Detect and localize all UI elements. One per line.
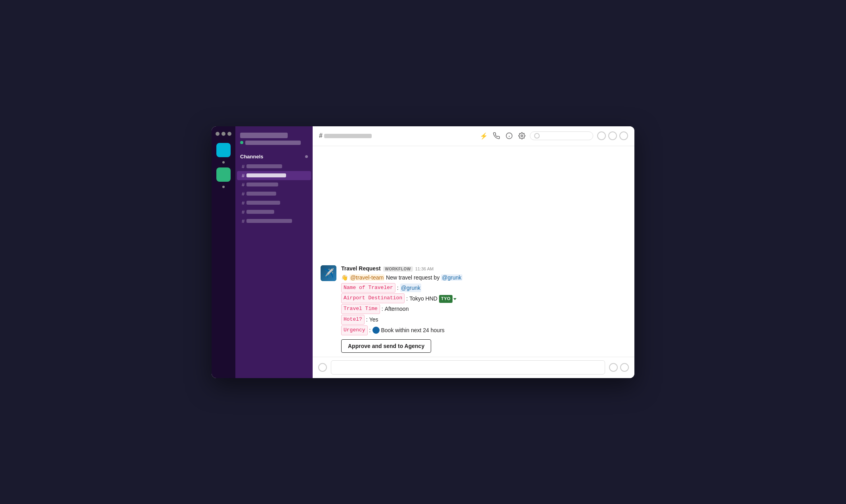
- field-name-row: Name of Traveler : @grunk: [341, 283, 626, 293]
- workspace-dot-2: [222, 186, 225, 188]
- workspace-icon-1[interactable]: [216, 143, 231, 157]
- sidebar-item-ch2[interactable]: #: [237, 171, 311, 180]
- channels-section-header: Channels: [235, 149, 313, 162]
- channel-title-bar: [324, 134, 372, 138]
- workspace-name-bar: [240, 133, 288, 138]
- field-airport-row: Airport Destination : Tokyo HND TYO: [341, 293, 626, 303]
- field-hotel-row: Hotel? : Yes: [341, 315, 626, 325]
- user-mention-intro[interactable]: @grunk: [441, 274, 462, 281]
- workflow-badge: WORKFLOW: [383, 266, 413, 272]
- lightning-icon[interactable]: ⚡: [480, 132, 488, 140]
- channel-name-bar: [246, 192, 276, 196]
- message-header: Travel Request WORKFLOW 11:36 AM: [341, 265, 626, 272]
- header-dot-3[interactable]: [619, 131, 628, 140]
- urgency-colon: :: [369, 326, 371, 335]
- intro-line: 👋 @travel-team New travel request by @gr…: [341, 273, 626, 282]
- username-bar: [245, 141, 301, 145]
- channel-name-bar-active: [246, 173, 286, 177]
- search-box[interactable]: [530, 131, 593, 140]
- blue-circle-icon: [372, 327, 380, 334]
- traveler-mention[interactable]: @grunk: [400, 283, 421, 292]
- channel-name-bar: [246, 201, 280, 205]
- channel-hash-icon: #: [242, 182, 244, 188]
- avatar: ✈️: [321, 265, 336, 281]
- timestamp: 11:36 AM: [415, 266, 434, 271]
- field-travel-time-row: Travel Time : Afternoon: [341, 304, 626, 314]
- field-urgency-row: Urgency : Book within next 24 hours: [341, 325, 626, 335]
- travel-time-value: Afternoon: [385, 304, 409, 313]
- header-dot-2[interactable]: [608, 131, 617, 140]
- sidebar-header: [235, 131, 313, 149]
- channel-name-bar: [246, 183, 278, 186]
- input-area: [313, 357, 634, 378]
- greeting-emoji: 👋: [341, 274, 348, 281]
- name-colon: :: [397, 283, 399, 292]
- traffic-lights: [216, 132, 231, 136]
- sidebar-item-ch7[interactable]: #: [237, 217, 311, 226]
- sidebar: Channels # # # # # # #: [235, 126, 313, 378]
- intro-text: New travel request by: [386, 274, 439, 281]
- channels-label: Channels: [240, 154, 264, 160]
- info-icon[interactable]: [505, 132, 513, 140]
- airport-badge-wrapper: TYO: [439, 294, 456, 303]
- sender-name: Travel Request: [341, 265, 381, 272]
- settings-icon[interactable]: [518, 132, 526, 140]
- messages-spacer: [321, 154, 626, 266]
- urgency-label: Urgency: [341, 325, 368, 335]
- airport-value: Tokyo HND: [409, 294, 437, 303]
- channel-name-bar: [246, 219, 292, 223]
- airport-badge-text: TYO: [441, 295, 451, 302]
- airport-badge: TYO: [439, 295, 453, 303]
- header-right-dots: [597, 131, 628, 140]
- message-body: 👋 @travel-team New travel request by @gr…: [341, 273, 626, 352]
- airport-colon: :: [406, 294, 408, 303]
- svg-point-3: [521, 135, 523, 137]
- channel-hash-icon: #: [242, 191, 244, 197]
- hotel-label: Hotel?: [341, 315, 365, 325]
- channel-title-hash-icon: #: [319, 132, 323, 139]
- avatar-image: ✈️: [321, 265, 336, 281]
- airport-destination-label: Airport Destination: [341, 293, 405, 303]
- hotel-value: Yes: [369, 315, 378, 324]
- sidebar-item-ch4[interactable]: #: [237, 189, 311, 198]
- channel-hash-icon: #: [242, 164, 244, 169]
- channel-name-bar: [246, 210, 274, 214]
- traffic-light-red[interactable]: [216, 132, 220, 136]
- plane-icon: ✈️: [323, 268, 334, 278]
- name-of-traveler-label: Name of Traveler: [341, 283, 395, 293]
- workspace-dot-1: [222, 161, 225, 164]
- traffic-light-yellow[interactable]: [222, 132, 225, 136]
- messages-area: ✈️ Travel Request WORKFLOW 11:36 AM 👋 @t…: [313, 146, 634, 357]
- phone-icon[interactable]: [493, 132, 500, 140]
- header-icons: ⚡: [480, 132, 526, 140]
- channel-hash-icon: #: [242, 209, 244, 215]
- sidebar-item-ch3[interactable]: #: [237, 180, 311, 189]
- workspace-icon-2[interactable]: [216, 167, 231, 182]
- status-dot: [240, 141, 243, 144]
- app-window: Channels # # # # # # #: [212, 126, 634, 378]
- flag-triangle-icon: [453, 298, 456, 300]
- input-dot-1[interactable]: [609, 363, 618, 372]
- channel-hash-icon: #: [242, 173, 244, 179]
- header-dot-1[interactable]: [597, 131, 606, 140]
- approve-button-wrapper: Approve and send to Agency: [341, 339, 626, 353]
- urgency-value: Book within next 24 hours: [381, 326, 445, 335]
- input-right-dots: [609, 363, 629, 372]
- message-row: ✈️ Travel Request WORKFLOW 11:36 AM 👋 @t…: [321, 265, 626, 352]
- approve-send-button[interactable]: Approve and send to Agency: [341, 339, 431, 353]
- traffic-light-green[interactable]: [227, 132, 231, 136]
- hotel-colon: :: [366, 315, 368, 324]
- icon-rail: [212, 126, 235, 378]
- sidebar-item-ch5[interactable]: #: [237, 198, 311, 207]
- message-input[interactable]: [331, 360, 605, 375]
- channels-section-dot: [305, 155, 308, 158]
- chat-header: # ⚡: [313, 126, 634, 146]
- main-chat-area: # ⚡: [313, 126, 634, 378]
- input-circle-icon[interactable]: [318, 363, 327, 372]
- sidebar-item-ch1[interactable]: #: [237, 162, 311, 171]
- team-mention[interactable]: @travel-team: [349, 274, 384, 281]
- input-dot-2[interactable]: [620, 363, 629, 372]
- search-circle-icon: [534, 133, 540, 139]
- travel-time-label: Travel Time: [341, 304, 380, 314]
- sidebar-item-ch6[interactable]: #: [237, 207, 311, 217]
